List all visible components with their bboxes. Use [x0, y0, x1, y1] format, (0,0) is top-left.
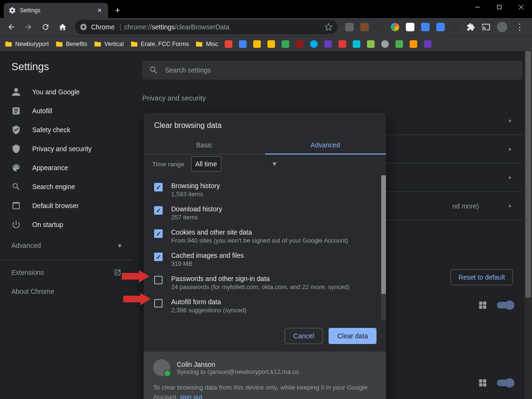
omnibox-chip: Chrome [91, 23, 115, 31]
dialog-title: Clear browsing data [144, 113, 386, 136]
ext-icon[interactable] [391, 23, 399, 31]
bookmark-folder[interactable]: Benefits [55, 40, 87, 48]
bookmark-item[interactable] [310, 40, 318, 48]
bookmark-item[interactable] [424, 40, 431, 48]
cast-icon[interactable] [482, 23, 490, 31]
bookmark-item[interactable] [253, 40, 261, 48]
sidebar-item-autofill[interactable]: Autofill [0, 101, 133, 120]
checkbox[interactable] [154, 253, 163, 261]
back-button[interactable] [4, 19, 19, 35]
chevron-down-icon: ▾ [118, 242, 121, 249]
item-title: Cookies and other site data [171, 228, 348, 236]
setting-row-controls [478, 300, 513, 310]
clear-data-item: Cookies and other site data From 940 sit… [144, 225, 386, 248]
ext-icon[interactable] [436, 23, 445, 31]
bookmark-folder[interactable]: Misc [195, 40, 218, 48]
list-scrollbar[interactable] [381, 175, 386, 320]
sidebar-extensions-link[interactable]: Extensions [0, 263, 133, 282]
settings-sidebar: Settings You and Google Autofill Safety … [0, 51, 133, 399]
sidebar-item-appearance[interactable]: Appearance [0, 158, 133, 177]
item-subtitle: 319 MB [171, 260, 244, 267]
maximize-button[interactable] [488, 0, 510, 14]
ext-icon[interactable] [451, 23, 460, 31]
sidebar-item-default-browser[interactable]: Default browser [0, 196, 133, 215]
item-title: Download history [171, 205, 222, 213]
checkbox[interactable] [154, 299, 163, 308]
grid-icon[interactable] [478, 300, 487, 310]
svg-marker-7 [123, 293, 151, 305]
user-avatar [153, 359, 170, 376]
search-icon [149, 65, 158, 75]
grid-icon[interactable] [478, 378, 487, 388]
checkbox[interactable] [154, 276, 163, 284]
gear-icon [9, 7, 16, 14]
sidebar-advanced-toggle[interactable]: Advanced▾ [0, 234, 133, 257]
sidebar-item-safety-check[interactable]: Safety check [0, 120, 133, 139]
page-scrollbar[interactable] [524, 51, 532, 399]
bookmark-item[interactable] [353, 40, 360, 48]
bookmark-item[interactable] [395, 40, 403, 48]
settings-page: Settings You and Google Autofill Safety … [0, 51, 532, 399]
ext-icon[interactable] [376, 23, 384, 31]
bookmark-item[interactable] [410, 40, 417, 48]
bookmark-item[interactable] [324, 40, 332, 48]
ext-icon[interactable] [345, 23, 354, 31]
time-range-select[interactable]: All time [191, 156, 221, 172]
clear-data-item: Passwords and other sign-in data 24 pass… [144, 271, 386, 294]
bookmark-folder[interactable]: Vertical [94, 40, 124, 48]
bookmark-item[interactable] [367, 40, 375, 48]
tab-basic[interactable]: Basic [144, 136, 265, 154]
chrome-menu-button[interactable]: ⋮ [514, 21, 525, 33]
sidebar-item-you-and-google[interactable]: You and Google [0, 82, 133, 101]
bookmark-item[interactable] [381, 40, 389, 48]
bookmark-star-icon[interactable] [324, 23, 333, 31]
tab-advanced[interactable]: Advanced [265, 136, 386, 154]
bookmark-item[interactable] [225, 40, 232, 48]
item-title: Browsing history [171, 182, 220, 190]
toolbar: Chrome | chrome://settings/clearBrowserD… [0, 18, 532, 36]
ext-icon[interactable] [360, 23, 369, 31]
address-bar[interactable]: Chrome | chrome://settings/clearBrowserD… [75, 20, 338, 34]
reset-to-default-button[interactable]: Reset to default [450, 269, 513, 285]
minimize-button[interactable] [467, 0, 488, 14]
close-window-button[interactable] [510, 0, 532, 14]
sidebar-item-privacy-security[interactable]: Privacy and security [0, 139, 133, 158]
search-settings-input[interactable]: Search settings [142, 61, 523, 80]
browser-tab[interactable]: Settings ✕ [4, 3, 108, 18]
toggle-switch[interactable] [497, 380, 513, 386]
ext-icon[interactable] [421, 23, 430, 31]
checkbox[interactable] [154, 183, 163, 191]
clear-data-button[interactable]: Clear data [329, 328, 376, 344]
toggle-switch[interactable] [497, 302, 513, 308]
clear-data-list: Browsing history 1,593 items Download hi… [144, 175, 386, 320]
sidebar-item-search-engine[interactable]: Search engine [0, 177, 133, 196]
bookmark-folder[interactable]: Newburyport [5, 40, 49, 48]
sign-out-link[interactable]: sign out [180, 393, 202, 399]
extensions-icon[interactable] [467, 23, 475, 31]
item-title: Cached images and files [171, 252, 244, 259]
bookmark-item[interactable] [296, 40, 303, 48]
reload-button[interactable] [38, 19, 53, 35]
clear-data-item: Browsing history 1,593 items [144, 178, 386, 201]
sidebar-item-on-startup[interactable]: On startup [0, 215, 133, 234]
ext-icon[interactable] [406, 23, 414, 31]
close-tab-button[interactable]: ✕ [96, 7, 103, 14]
bookmark-item[interactable] [239, 40, 247, 48]
item-subtitle: From 940 sites (you won't be signed out … [171, 237, 348, 244]
clear-data-item: Download history 257 items [144, 201, 386, 225]
checkbox[interactable] [154, 229, 163, 238]
new-tab-button[interactable]: + [111, 4, 124, 17]
clear-data-item: Autofill form data 2,386 suggestions (sy… [144, 294, 386, 317]
profile-avatar[interactable] [497, 22, 507, 32]
forward-button[interactable] [21, 19, 36, 35]
checkbox[interactable] [154, 206, 163, 215]
bookmark-folder[interactable]: Erate, FCC Forms [130, 40, 189, 48]
item-subtitle: 257 items [171, 214, 222, 221]
bookmark-item[interactable] [282, 40, 289, 48]
sidebar-about-link[interactable]: About Chrome [0, 282, 133, 301]
sync-user-section: Colin Janson Syncing to cjanson@newburyp… [144, 352, 386, 399]
bookmark-item[interactable] [339, 40, 346, 48]
cancel-button[interactable]: Cancel [284, 328, 323, 344]
bookmark-item[interactable] [267, 40, 275, 48]
home-button[interactable] [55, 19, 70, 35]
